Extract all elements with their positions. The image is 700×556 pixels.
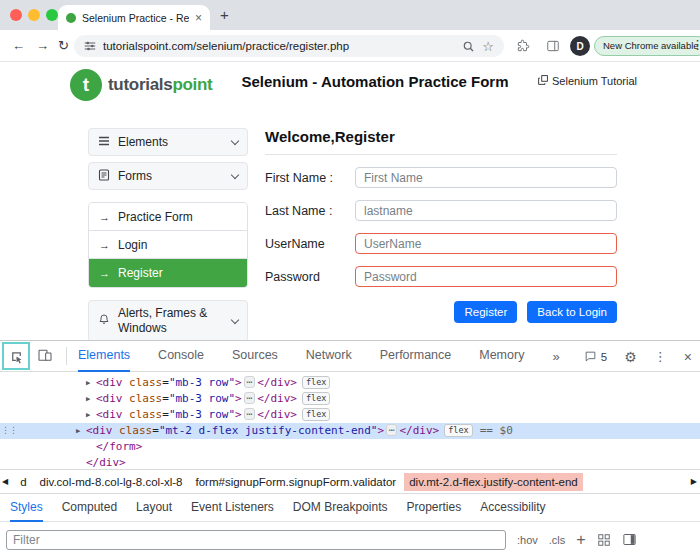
collapsed-content-button[interactable]: ⋯ <box>244 392 255 404</box>
logo-text[interactable]: tutorialspoint <box>108 75 212 95</box>
sidebar-tab-event-listeners[interactable]: Event Listeners <box>191 494 274 522</box>
new-style-rule-button[interactable]: + <box>576 531 585 549</box>
reload-button[interactable]: ↻ <box>58 38 69 53</box>
expand-arrow-icon[interactable]: ▶ <box>86 391 96 407</box>
flex-badge[interactable]: flex <box>302 408 330 421</box>
devtools-close-icon[interactable]: × <box>684 349 692 365</box>
collapsed-content-button[interactable]: ⋯ <box>386 424 397 436</box>
collapsed-content-button[interactable]: ⋯ <box>244 376 255 388</box>
form-buttons: RegisterBack to Login <box>265 301 617 323</box>
sidebar-tab-layout[interactable]: Layout <box>136 494 172 522</box>
field-input-first-name[interactable] <box>355 167 617 188</box>
flex-badge[interactable]: flex <box>444 424 472 437</box>
register-fields: First Name :Last Name :UserNamePassword <box>265 167 617 287</box>
devtools-toolbar: ElementsConsoleSourcesNetworkPerformance… <box>0 341 700 372</box>
dom-tree-row[interactable]: </form> <box>0 439 700 455</box>
toggle-element-state-button[interactable]: :hov <box>517 534 538 546</box>
field-input-lastname[interactable] <box>355 200 617 221</box>
tab-favicon <box>66 13 76 23</box>
tutorialspoint-logo[interactable]: t <box>70 69 102 101</box>
devtools-tab-sources[interactable]: Sources <box>232 341 278 372</box>
tab-close-icon[interactable]: × <box>195 11 202 25</box>
browser-menu-icon[interactable]: ⋮ <box>691 37 700 52</box>
styles-filter-input[interactable] <box>6 530 506 550</box>
collapsed-content-button[interactable]: ⋯ <box>244 408 255 420</box>
extensions-puzzle-icon[interactable] <box>516 39 530 56</box>
sidebar-tab-accessibility[interactable]: Accessibility <box>480 494 545 522</box>
sidebar-tab-styles[interactable]: Styles <box>10 494 43 522</box>
flex-badge[interactable]: flex <box>302 376 330 389</box>
inspect-element-button[interactable] <box>2 342 30 370</box>
register-button[interactable]: Register <box>454 301 517 323</box>
minimize-window-button[interactable] <box>28 9 40 21</box>
dom-tree-row[interactable]: ▶<div class="mt-2 d-flex justify-content… <box>0 423 700 439</box>
menu-item-label: Login <box>118 238 147 252</box>
breadcrumb-item[interactable]: div.col-md-8.col-lg-8.col-xl-8 <box>35 473 188 491</box>
dom-tree-row[interactable]: ▶<div class="mb-3 row">⋯</div>flex <box>0 391 700 407</box>
menu-item-elements[interactable]: Elements <box>88 128 248 156</box>
side-panel-icon[interactable] <box>546 39 560 56</box>
selected-node-annotation: == $0 <box>480 424 513 437</box>
closing-tag: </div> <box>86 456 126 469</box>
devtools-tab-elements[interactable]: Elements <box>78 341 130 372</box>
dom-tree-row[interactable]: </div> <box>0 455 700 469</box>
menu-item-practice-form[interactable]: →Practice Form <box>89 203 247 231</box>
breadcrumb-item[interactable]: d <box>15 473 31 491</box>
page-action-icon[interactable] <box>462 40 475 53</box>
dom-tree-row[interactable]: ▶<div class="mb-3 row">⋯</div>flex <box>0 407 700 423</box>
browser-tab[interactable]: Selenium Practice - Register × <box>58 5 210 30</box>
devtools-panel: ElementsConsoleSourcesNetworkPerformance… <box>0 340 700 556</box>
profile-avatar[interactable]: D <box>570 36 590 56</box>
back-button[interactable]: ← <box>12 38 25 53</box>
dom-tree: ▶<div class="mb-3 row">⋯</div>flex▶<div … <box>0 372 700 469</box>
sidebar-tab-computed[interactable]: Computed <box>62 494 117 522</box>
devtools-settings-icon[interactable]: ⚙ <box>624 349 637 365</box>
breadcrumb-item[interactable]: form#signupForm.signupForm.validator <box>191 473 402 491</box>
tune-icon[interactable] <box>84 40 96 52</box>
expand-arrow-icon[interactable]: ▶ <box>86 407 96 423</box>
breadcrumb-scroll-right-icon[interactable]: ▶ <box>691 477 697 486</box>
chrome-update-button[interactable]: New Chrome available <box>594 36 700 56</box>
devtools-tabs: ElementsConsoleSourcesNetworkPerformance… <box>78 341 560 372</box>
sidebar-tab-dom-breakpoints[interactable]: DOM Breakpoints <box>293 494 388 522</box>
external-link-icon <box>538 75 548 87</box>
back-to-login-button[interactable]: Back to Login <box>527 301 617 323</box>
maximize-window-button[interactable] <box>46 9 58 21</box>
close-window-button[interactable] <box>10 9 22 21</box>
dom-tree-row[interactable]: ▶<div class="mb-3 row">⋯</div>flex <box>0 375 700 391</box>
devtools-menu-icon[interactable]: ⋮ <box>654 349 667 364</box>
devtools-tab-memory[interactable]: Memory <box>479 341 524 372</box>
flex-badge[interactable]: flex <box>302 392 330 405</box>
menu-item-alerts-frames-windows[interactable]: Alerts, Frames & Windows <box>88 300 248 342</box>
hamburger-icon <box>98 135 110 150</box>
form-field-row: Password <box>265 266 617 287</box>
devtools-tab-performance[interactable]: Performance <box>380 341 452 372</box>
element-classes-button[interactable]: .cls <box>549 534 566 546</box>
field-input-username[interactable] <box>355 233 617 254</box>
field-input-password[interactable] <box>355 266 617 287</box>
tab-title: Selenium Practice - Register <box>82 12 189 24</box>
breadcrumb-scroll-left-icon[interactable]: ◀ <box>2 477 8 486</box>
issues-counter[interactable]: 5 <box>584 350 607 363</box>
forward-button[interactable]: → <box>36 38 49 53</box>
menu-item-register[interactable]: →Register <box>89 259 247 287</box>
bookmark-star-icon[interactable]: ☆ <box>482 39 494 54</box>
practice-menu: ElementsForms→Practice Form→Login→Regist… <box>88 128 248 348</box>
menu-item-login[interactable]: →Login <box>89 231 247 259</box>
devtools-tab-network[interactable]: Network <box>306 341 352 372</box>
address-bar[interactable]: tutorialspoint.com/selenium/practice/reg… <box>74 35 504 57</box>
dock-sidebar-icon[interactable] <box>622 532 637 547</box>
menu-item-forms[interactable]: Forms <box>88 162 248 190</box>
selenium-tutorial-link[interactable]: Selenium Tutorial <box>538 75 637 87</box>
expand-arrow-icon[interactable]: ▶ <box>76 423 86 439</box>
new-tab-button[interactable]: + <box>220 6 229 23</box>
device-toolbar-icon[interactable] <box>37 347 53 367</box>
breadcrumb-item[interactable]: div.mt-2.d-flex.justify-content-end <box>404 473 583 491</box>
sidebar-tab-properties[interactable]: Properties <box>407 494 462 522</box>
expand-arrow-icon[interactable]: ▶ <box>86 375 96 391</box>
more-tabs-button[interactable]: » <box>552 349 559 364</box>
drag-dots-handle[interactable]: ⋮⋮ <box>1 425 17 435</box>
url-text[interactable]: tutorialspoint.com/selenium/practice/reg… <box>103 40 455 52</box>
devtools-tab-console[interactable]: Console <box>158 341 204 372</box>
layout-grid-icon[interactable] <box>597 533 611 547</box>
